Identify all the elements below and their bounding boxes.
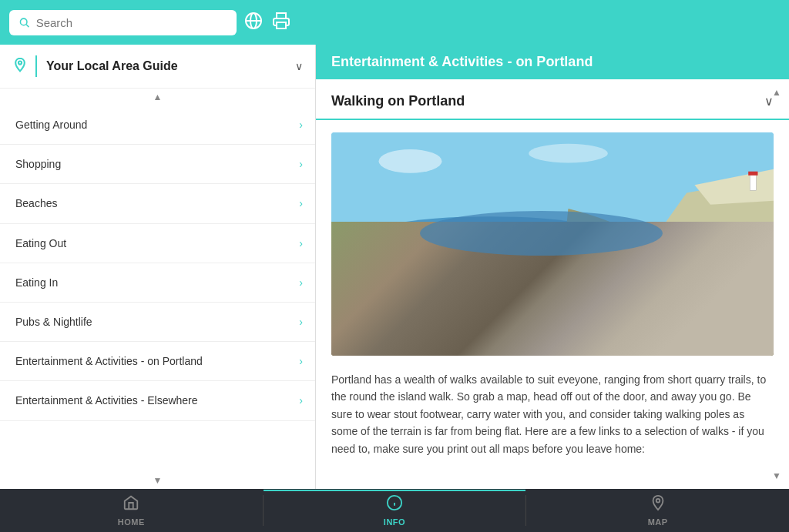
print-icon[interactable] (272, 12, 290, 34)
sidebar-item-label: Shopping (15, 157, 299, 171)
sidebar: Your Local Area Guide ∨ ▲ Getting Around… (0, 45, 316, 489)
sidebar-item-beaches[interactable]: Beaches › (0, 184, 315, 223)
top-bar-icons (244, 12, 290, 34)
svg-point-9 (347, 216, 632, 272)
svg-rect-12 (748, 172, 757, 176)
sidebar-item-eating-in[interactable]: Eating In › (0, 263, 315, 303)
section-header[interactable]: Walking on Portland ∨ (316, 79, 789, 120)
chevron-right-icon: › (299, 355, 303, 367)
location-icon (12, 57, 28, 76)
svg-point-13 (343, 278, 382, 297)
sidebar-item-shopping[interactable]: Shopping › (0, 145, 315, 184)
svg-rect-8 (331, 224, 774, 263)
sidebar-divider (35, 55, 37, 77)
sidebar-item-pubs-nightlife[interactable]: Pubs & Nightlife › (0, 303, 315, 342)
globe-icon[interactable] (244, 12, 263, 34)
svg-line-21 (543, 308, 546, 317)
nav-info[interactable]: INFO (264, 490, 526, 531)
home-icon (123, 494, 139, 515)
home-label: HOME (118, 517, 145, 527)
svg-point-28 (656, 499, 660, 503)
svg-line-20 (541, 308, 543, 317)
bottom-nav: HOME INFO MAP (0, 489, 789, 532)
sidebar-item-label: Entertainment & Activities - Elsewhere (15, 393, 299, 407)
section-title: Walking on Portland (331, 93, 465, 109)
svg-point-24 (529, 144, 608, 163)
content-body[interactable]: ▲ Walking on Portland ∨ (316, 79, 789, 489)
scroll-up-arrow[interactable]: ▲ (0, 89, 315, 105)
sidebar-item-entertainment-elsewhere[interactable]: Entertainment & Activities - Elsewhere › (0, 381, 315, 420)
nav-home[interactable]: HOME (0, 490, 263, 531)
chevron-right-icon: › (299, 158, 303, 170)
sidebar-item-label: Eating Out (15, 236, 299, 250)
svg-point-23 (379, 149, 442, 173)
content-panel: Entertainment & Activities - on Portland… (316, 45, 789, 489)
scroll-bottom-indicator: ▼ (772, 470, 781, 481)
content-header-title: Entertainment & Activities - on Portland (331, 54, 593, 69)
svg-point-18 (683, 287, 738, 303)
sidebar-title: Your Local Area Guide (46, 59, 295, 73)
info-icon (386, 494, 403, 515)
content-header: Entertainment & Activities - on Portland (316, 45, 789, 79)
sidebar-list: Getting Around › Shopping › Beaches › Ea… (0, 105, 315, 472)
svg-rect-10 (331, 233, 623, 280)
svg-point-19 (539, 296, 547, 308)
map-label: MAP (648, 517, 668, 527)
svg-point-6 (18, 61, 22, 64)
chevron-right-icon: › (299, 197, 303, 209)
svg-point-16 (592, 252, 640, 268)
content-body-text: Portland has a wealth of walks available… (316, 371, 789, 473)
main-area: Your Local Area Guide ∨ ▲ Getting Around… (0, 45, 789, 489)
chevron-right-icon: › (299, 316, 303, 328)
chevron-right-icon: › (299, 237, 303, 249)
sidebar-item-getting-around[interactable]: Getting Around › (0, 105, 315, 145)
chevron-right-icon: › (299, 394, 303, 407)
sidebar-item-eating-out[interactable]: Eating Out › (0, 224, 315, 263)
sidebar-header: Your Local Area Guide ∨ (0, 45, 315, 89)
svg-point-14 (394, 276, 426, 292)
svg-rect-11 (750, 173, 756, 191)
sidebar-item-label: Eating In (15, 276, 299, 289)
search-input[interactable] (36, 16, 227, 29)
chevron-right-icon: › (299, 119, 303, 131)
svg-point-15 (444, 285, 472, 297)
search-icon (18, 16, 30, 28)
svg-line-1 (26, 25, 29, 27)
sidebar-item-label: Pubs & Nightlife (15, 315, 299, 329)
svg-point-22 (539, 293, 547, 300)
chevron-right-icon: › (299, 276, 303, 289)
sidebar-item-entertainment-portland[interactable]: Entertainment & Activities - on Portland… (0, 342, 315, 381)
sidebar-item-label: Getting Around (15, 118, 299, 132)
content-image-wrapper (316, 132, 789, 356)
sidebar-collapse-icon[interactable]: ∨ (295, 60, 303, 72)
nav-map[interactable]: MAP (526, 490, 789, 531)
scroll-down-arrow[interactable]: ▼ (0, 472, 315, 489)
search-box[interactable] (9, 10, 237, 35)
svg-rect-5 (277, 22, 286, 28)
scroll-top-indicator: ▲ (772, 87, 781, 98)
svg-point-0 (20, 18, 27, 25)
top-bar (0, 0, 789, 45)
map-icon (650, 494, 666, 515)
sidebar-item-label: Entertainment & Activities - on Portland (15, 354, 299, 368)
content-image (331, 132, 774, 356)
info-label: INFO (384, 517, 405, 527)
svg-point-17 (643, 266, 683, 278)
sidebar-item-label: Beaches (15, 196, 299, 210)
